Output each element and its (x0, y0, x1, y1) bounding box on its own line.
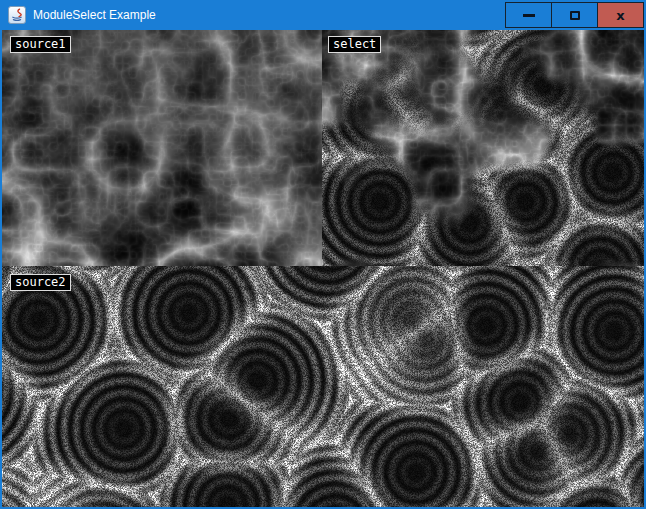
source2-image (2, 266, 644, 507)
render-area: source1 select source2 (2, 30, 644, 507)
window-controls: x (506, 2, 644, 28)
titlebar[interactable]: ModuleSelect Example x (0, 0, 646, 30)
select-label: select (328, 36, 381, 53)
select-image (322, 30, 644, 266)
source1-label: source1 (10, 36, 71, 53)
maximize-button[interactable] (551, 2, 598, 28)
source1-image (2, 30, 322, 266)
close-button[interactable]: x (597, 2, 644, 28)
window-title: ModuleSelect Example (33, 0, 156, 30)
maximize-icon (570, 11, 580, 20)
minimize-button[interactable] (505, 2, 552, 28)
app-window: ModuleSelect Example x source1 select so… (0, 0, 646, 509)
minimize-icon (523, 14, 535, 17)
java-cup-icon (8, 6, 26, 24)
close-icon: x (616, 9, 624, 22)
source2-label: source2 (10, 274, 71, 291)
